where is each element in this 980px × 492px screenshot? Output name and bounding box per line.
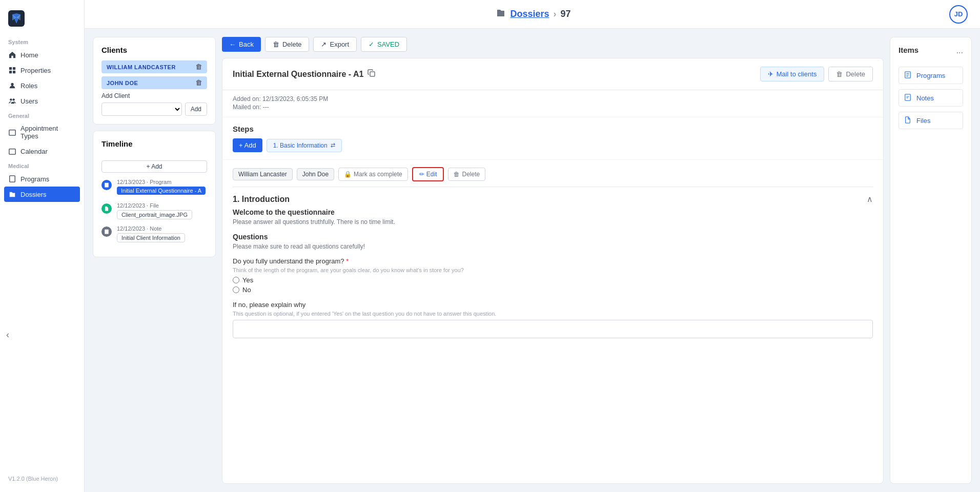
added-on-text: Added on: 12/13/2023, 6:05:35 PM [233,95,873,102]
sidebar-item-properties[interactable]: Properties [0,63,84,78]
sidebar-item-label: Roles [21,82,37,90]
mailed-on-text: Mailed on: --- [233,104,873,111]
copy-icon[interactable] [368,69,376,79]
welcome-block: Welcome to the questionnaire Please answ… [233,208,873,225]
timeline-badge-program[interactable]: Initial External Questionnaire - A [117,187,206,195]
sidebar-item-dossiers[interactable]: Dossiers [4,187,80,202]
sidebar-item-users[interactable]: Users [0,93,84,109]
delete-client-william-button[interactable]: 🗑 [195,63,202,71]
timeline-badge-file[interactable]: Client_portrait_image.JPG [117,210,192,219]
delete-client-john-button[interactable]: 🗑 [195,79,202,87]
header: Dossiers › 97 JD [85,0,980,29]
sidebar-item-label: Calendar [21,148,48,155]
logo [0,6,84,35]
breadcrumb-separator: › [554,9,557,19]
radio-yes-input[interactable] [233,277,239,283]
delete-button[interactable]: 🗑 Delete [265,37,310,52]
questionnaire-header: Initial External Questionnaire - A1 ✈ Ma… [222,58,883,90]
breadcrumb: Dossiers › 97 [496,8,570,20]
add-client-button[interactable]: Add [185,102,207,116]
export-icon: ↗ [321,40,326,48]
question-2-block: If no, please explain why This question … [233,301,873,338]
back-button[interactable]: ← Back [222,37,261,52]
timeline-card: Timeline + Add 12/13/2023 · Program Init… [93,131,216,257]
items-link-files-label: Files [916,117,930,125]
questionnaire-title-row: Initial External Questionnaire - A1 [233,69,376,79]
questionnaire-actions: ✈ Mail to clients 🗑 Delete [760,67,873,81]
questionnaire-card: Initial External Questionnaire - A1 ✈ Ma… [222,58,884,484]
mark-complete-button[interactable]: 🔒 Mark as complete [338,168,408,181]
client-name: WILLIAM LANDCASTER [107,64,176,70]
sidebar-collapse-button[interactable]: ‹ [4,327,11,342]
step-tab-basic-info[interactable]: 1. Basic Information ⇄ [267,139,342,152]
questions-block: Questions Please make sure to read all q… [233,233,873,250]
ellipsis-icon[interactable]: ··· [956,48,963,57]
timeline-badge-note[interactable]: Initial Client Information [117,233,185,242]
properties-icon [8,66,16,74]
radio-yes-label: Yes [242,276,253,284]
client-john: JOHN DOE 🗑 [101,76,207,89]
add-client-row: Add [101,102,207,116]
assignees-row: William Lancaster John Doe 🔒 Mark as com… [233,167,873,181]
add-client-label: Add Client [101,92,207,99]
svg-point-6 [10,98,12,100]
center-panel: ← Back 🗑 Delete ↗ Export ✓ SAVED [222,37,884,484]
question-2-hint: This question is optional, if you entere… [233,311,873,317]
sidebar-item-home[interactable]: Home [0,47,84,63]
section-header: 1. Introduction ∧ [233,187,873,208]
add-client-select[interactable] [101,102,182,116]
calendar2-icon [8,147,16,155]
notes-panel-icon [904,94,912,102]
assignee-william: William Lancaster [233,168,293,180]
left-panel: Clients WILLIAM LANDCASTER 🗑 JOHN DOE 🗑 … [93,37,216,484]
mail-to-clients-button[interactable]: ✈ Mail to clients [760,67,825,81]
timeline-date: 12/12/2023 · Note [117,225,207,232]
add-timeline-button[interactable]: + Add [101,160,207,173]
sidebar-item-label: Appointment Types [21,125,76,140]
radio-no-label: No [242,286,251,294]
delete-step-button[interactable]: 🗑 Delete [448,168,485,181]
avatar[interactable]: JD [949,5,968,24]
delete-icon: 🗑 [273,40,279,48]
dossiers-breadcrumb-link[interactable]: Dossiers [510,9,549,19]
question-1-block: Do you fully understand the program? * T… [233,257,873,294]
sidebar-item-label: Home [21,51,38,59]
sidebar-item-label: Programs [21,175,49,183]
timeline-item-content: 12/13/2023 · Program Initial External Qu… [117,179,207,196]
sidebar-item-programs[interactable]: Programs [0,171,84,187]
sidebar-item-roles[interactable]: Roles [0,78,84,93]
dossiers-icon [8,190,16,198]
svg-rect-4 [13,71,15,73]
client-william: WILLIAM LANDCASTER 🗑 [101,60,207,73]
timeline-item: 12/13/2023 · Program Initial External Qu… [101,179,207,196]
items-link-programs-label: Programs [916,72,945,79]
questions-subdesc: Please make sure to read all questions c… [233,243,873,250]
timeline-item: 12/12/2023 · File Client_portrait_image.… [101,202,207,219]
sidebar-item-calendar[interactable]: Calendar [0,144,84,159]
general-section-label: General [0,109,84,121]
questions-subtitle: Questions [233,233,873,241]
questionnaire-title-text: Initial External Questionnaire - A1 [233,70,363,79]
items-link-files[interactable]: Files [899,112,963,129]
timeline-item-content: 12/12/2023 · File Client_portrait_image.… [117,202,207,219]
radio-no-input[interactable] [233,286,239,293]
svg-rect-15 [905,94,911,100]
timeline-date: 12/12/2023 · File [117,202,207,209]
question-2-input[interactable] [233,320,873,338]
sidebar-item-label: Properties [21,67,51,74]
files-panel-icon [904,116,912,125]
sidebar-item-appointment-types[interactable]: Appointment Types [0,121,84,144]
section-collapse-button[interactable]: ∧ [867,194,873,204]
export-button[interactable]: ↗ Export [313,37,357,52]
appointment-types-icon [8,128,16,136]
timeline-date: 12/13/2023 · Program [117,179,207,185]
svg-rect-13 [370,72,375,76]
items-link-programs[interactable]: Programs [899,67,963,84]
required-marker: * [346,257,349,265]
system-section-label: System [0,35,84,47]
edit-button[interactable]: ✏ Edit [412,167,444,181]
items-link-notes[interactable]: Notes [899,89,963,107]
svg-rect-10 [10,176,15,182]
delete-questionnaire-button[interactable]: 🗑 Delete [828,67,873,81]
add-step-button[interactable]: + Add [233,138,262,152]
